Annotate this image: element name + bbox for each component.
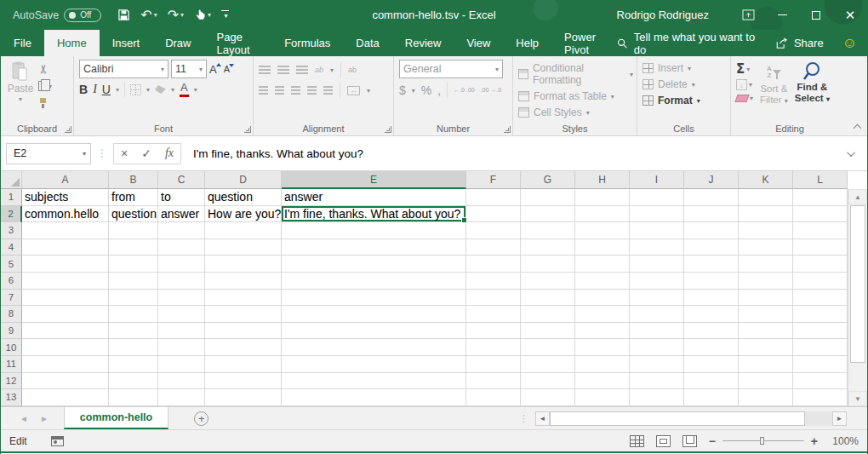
middle-align-button[interactable]	[277, 66, 289, 74]
tab-scroll-divider[interactable]: ⋮	[519, 413, 535, 424]
cell-G9[interactable]	[521, 323, 575, 340]
merge-center-dropdown-icon[interactable]: ▾	[367, 87, 370, 95]
number-format-combo[interactable]: General▾	[399, 60, 503, 78]
cell-E8[interactable]	[282, 306, 466, 323]
zoom-level-label[interactable]: 100%	[830, 435, 859, 447]
cell-G10[interactable]	[521, 339, 575, 356]
vertical-scrollbar-track[interactable]	[848, 364, 867, 391]
cell-B1[interactable]: from	[109, 189, 158, 206]
font-name-combo[interactable]: Calibri▾	[79, 60, 168, 78]
cell-D3[interactable]	[205, 222, 282, 239]
cell-A9[interactable]	[22, 323, 109, 340]
cell-C3[interactable]	[158, 222, 205, 239]
increase-indent-button[interactable]	[323, 86, 333, 95]
cell-L3[interactable]	[793, 222, 848, 239]
horizontal-scrollbar[interactable]: ◄ ►	[535, 411, 847, 427]
cell-G5[interactable]	[521, 256, 575, 273]
autosum-button[interactable]: Σ▾	[736, 61, 753, 77]
insert-cells-button[interactable]: Insert▾	[642, 62, 700, 74]
cell-J2[interactable]	[684, 206, 739, 223]
cell-I5[interactable]	[630, 256, 684, 273]
cell-C5[interactable]	[158, 256, 205, 273]
cell-K4[interactable]	[739, 239, 793, 256]
ribbon-tab-view[interactable]: View	[454, 30, 503, 56]
cell-J11[interactable]	[684, 356, 739, 373]
cell-H1[interactable]	[575, 189, 630, 206]
cell-L10[interactable]	[793, 339, 848, 356]
ribbon-tab-data[interactable]: Data	[343, 30, 391, 56]
cell-H13[interactable]	[575, 389, 630, 406]
horizontal-scrollbar-track[interactable]	[805, 411, 832, 426]
font-color-button[interactable]: A	[180, 82, 189, 96]
cell-G1[interactable]	[521, 189, 575, 206]
cell-B12[interactable]	[109, 373, 158, 390]
format-cells-button[interactable]: Format▾	[642, 95, 700, 106]
tell-me-box[interactable]: Tell me what you want to do	[617, 31, 757, 56]
fill-button[interactable]: ↓▾	[736, 79, 753, 90]
vertical-scrollbar[interactable]: ▲ ▼	[848, 189, 867, 406]
page-layout-view-button[interactable]	[656, 435, 671, 447]
column-header-G[interactable]: G	[521, 171, 575, 189]
cell-C7[interactable]	[158, 290, 205, 307]
cell-B9[interactable]	[109, 323, 158, 340]
column-header-F[interactable]: F	[466, 171, 521, 189]
orientation-dropdown-icon[interactable]: ▾	[330, 66, 334, 74]
feedback-smiley-icon[interactable]: ☺	[842, 36, 857, 50]
cell-A4[interactable]	[22, 239, 109, 256]
name-box-dropdown-icon[interactable]: ▾	[83, 150, 86, 158]
cell-E1[interactable]: answer	[282, 189, 466, 206]
number-dialog-launcher[interactable]	[504, 126, 511, 133]
accounting-format-button[interactable]: $	[399, 83, 406, 97]
cell-I4[interactable]	[630, 239, 684, 256]
zoom-out-button[interactable]: −	[709, 434, 716, 448]
cell-K11[interactable]	[739, 356, 793, 373]
cell-K1[interactable]	[739, 189, 793, 206]
next-sheet-arrow[interactable]: ►	[40, 414, 49, 423]
cell-L13[interactable]	[793, 389, 848, 406]
column-header-J[interactable]: J	[684, 171, 739, 189]
cell-A8[interactable]	[22, 306, 109, 323]
cell-J12[interactable]	[684, 373, 739, 390]
row-header-13[interactable]: 13	[1, 389, 22, 406]
cell-C11[interactable]	[158, 356, 205, 373]
increase-font-size-button[interactable]: A	[209, 63, 221, 76]
underline-dropdown-icon[interactable]: ▾	[116, 86, 119, 94]
scroll-right-arrow[interactable]: ►	[832, 411, 847, 426]
alignment-dialog-launcher[interactable]	[385, 126, 391, 133]
cell-F6[interactable]	[466, 273, 521, 290]
cell-J8[interactable]	[684, 306, 739, 323]
row-header-12[interactable]: 12	[1, 373, 22, 390]
cell-B13[interactable]	[109, 389, 158, 406]
zoom-in-button[interactable]: +	[811, 434, 818, 448]
underline-button[interactable]: U	[102, 83, 111, 96]
cell-G11[interactable]	[521, 356, 575, 373]
cell-B4[interactable]	[109, 239, 158, 256]
cell-J9[interactable]	[684, 323, 739, 340]
cell-B7[interactable]	[109, 290, 158, 307]
cell-I3[interactable]	[630, 222, 684, 239]
cell-I12[interactable]	[630, 373, 684, 390]
cell-J13[interactable]	[684, 389, 739, 406]
cell-C6[interactable]	[158, 273, 205, 290]
delete-cells-button[interactable]: Delete▾	[642, 78, 700, 90]
normal-view-button[interactable]	[630, 435, 644, 447]
cell-L6[interactable]	[793, 273, 848, 290]
comma-format-button[interactable]: ,	[437, 83, 441, 97]
cell-A13[interactable]	[22, 389, 109, 406]
cell-D8[interactable]	[205, 306, 282, 323]
cell-E13[interactable]	[282, 389, 466, 406]
top-align-button[interactable]	[259, 66, 271, 74]
align-right-button[interactable]	[291, 86, 300, 95]
cell-K9[interactable]	[739, 323, 793, 340]
macro-record-button[interactable]	[51, 436, 64, 446]
cell-H2[interactable]	[575, 206, 630, 223]
cell-B5[interactable]	[109, 256, 158, 273]
scroll-up-arrow[interactable]: ▲	[848, 189, 867, 204]
cell-C9[interactable]	[158, 323, 205, 340]
fill-color-dropdown-icon[interactable]: ▾	[171, 86, 174, 94]
row-header-11[interactable]: 11	[1, 356, 22, 373]
column-header-A[interactable]: A	[22, 171, 109, 189]
copy-button[interactable]: ▾	[38, 79, 52, 93]
cell-I10[interactable]	[630, 339, 684, 356]
cell-L5[interactable]	[793, 256, 848, 273]
